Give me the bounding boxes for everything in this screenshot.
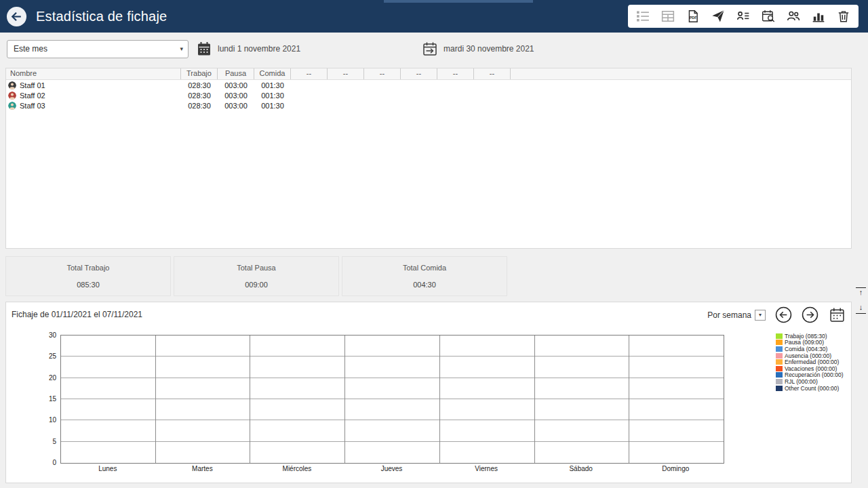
next-week-button[interactable]	[802, 306, 818, 323]
column-header: --	[364, 68, 401, 79]
x-axis-category-label: Viernes	[439, 465, 534, 472]
table-cell: 028:30	[181, 92, 218, 100]
table-cell: 001:30	[254, 92, 291, 100]
calendar-picker-button[interactable]	[829, 307, 845, 323]
legend-item: Recuperación (000:00)	[776, 372, 843, 379]
total-card: Total Trabajo085:30	[5, 256, 171, 296]
total-card: Total Comida004:30	[342, 256, 507, 296]
back-button[interactable]	[6, 6, 27, 27]
start-date-label: lundi 1 novembre 2021	[218, 44, 300, 54]
table-row[interactable]: Staff 03028:30003:00001:30	[6, 100, 851, 110]
view-select-value: Por semana	[707, 310, 751, 320]
total-card: Total Pausa009:00	[174, 256, 339, 296]
x-axis-category-label: Jueves	[344, 465, 439, 472]
prev-week-button[interactable]	[775, 306, 792, 323]
legend-item: Pausa (009:00)	[776, 340, 843, 346]
x-axis-category-label: Miércoles	[250, 465, 344, 472]
column-header: --	[474, 68, 511, 79]
staff-name-cell: Staff 03	[6, 102, 181, 110]
calendar-icon	[829, 307, 845, 323]
pdf-export-icon[interactable]: PDF	[686, 9, 700, 23]
chart-title: Fichaje de 01/11/2021 el 07/11/2021	[12, 310, 142, 319]
legend-swatch	[776, 346, 783, 352]
chart-controls: Por semana ▾	[707, 306, 845, 323]
y-axis-tick-label: 10	[49, 416, 56, 424]
contact-report-icon[interactable]	[736, 9, 750, 23]
table-body: Staff 01028:30003:00001:30Staff 02028:30…	[6, 80, 851, 110]
top-accent-strip	[384, 0, 533, 3]
x-axis-category-label: Sábado	[534, 465, 629, 472]
total-label: Total Pausa	[174, 264, 338, 272]
table-cell: 003:00	[218, 92, 254, 100]
avatar	[8, 102, 16, 110]
legend-swatch	[776, 359, 783, 365]
calendar-arrow-icon	[422, 41, 437, 56]
legend-swatch	[776, 372, 783, 378]
staff-name-cell: Staff 02	[6, 92, 181, 100]
legend-label: Other Count (000:00)	[785, 385, 839, 392]
column-header: --	[401, 68, 437, 79]
table-icon[interactable]	[661, 9, 675, 23]
table-cell: 003:00	[218, 102, 254, 110]
toolbar: PDF	[628, 5, 859, 28]
y-axis-tick-label: 30	[49, 331, 56, 339]
table-cell: 028:30	[181, 102, 218, 110]
table-header: NombreTrabajoPausaComida------------	[6, 68, 851, 80]
chart-day-column	[250, 336, 345, 463]
legend-item: Other Count (000:00)	[776, 385, 843, 392]
legend-item: Trabajo (085:30)	[776, 333, 843, 340]
legend-item: Comida (004:30)	[776, 346, 843, 352]
chart-day-column	[345, 336, 440, 463]
staff-name-cell: Staff 01	[6, 81, 181, 89]
legend-swatch	[776, 386, 783, 391]
filter-bar: Este mes ▾ lundi 1 novembre 2021	[0, 33, 868, 65]
x-axis-category-label: Martes	[155, 465, 250, 472]
end-date-group: mardi 30 novembre 2021	[422, 41, 534, 56]
calendar-search-icon[interactable]	[762, 9, 775, 23]
legend-label: Ausencia (000:00)	[785, 352, 831, 359]
staff-name: Staff 01	[20, 81, 45, 89]
column-header: Nombre	[6, 68, 181, 79]
legend-label: RJL (000:00)	[785, 378, 818, 385]
page-title: Estadística de fichaje	[36, 9, 167, 24]
staff-name: Staff 02	[20, 92, 45, 100]
column-header: --	[437, 68, 474, 79]
table-cell: 001:30	[254, 102, 291, 110]
total-value: 009:00	[174, 281, 338, 289]
chevron-down-icon: ▾	[180, 45, 183, 52]
end-date-label: mardi 30 novembre 2021	[443, 44, 534, 54]
table-cell: 028:30	[181, 81, 218, 89]
table-cell: 001:30	[254, 81, 291, 89]
legend-item: RJL (000:00)	[776, 378, 843, 385]
send-icon[interactable]	[711, 9, 725, 23]
period-select[interactable]: Este mes ▾	[7, 40, 189, 58]
detail-list-icon[interactable]	[636, 9, 650, 23]
column-header-filler	[511, 68, 851, 79]
legend-item: Ausencia (000:00)	[776, 352, 843, 359]
y-axis-tick-label: 20	[49, 373, 56, 381]
legend-label: Comida (004:30)	[785, 346, 827, 352]
chart-day-column	[535, 336, 630, 463]
legend-swatch	[776, 379, 783, 384]
users-icon[interactable]	[787, 9, 800, 23]
scroll-top-icon[interactable]: ↑	[856, 287, 866, 298]
chart-plot	[60, 335, 724, 464]
chart-icon[interactable]	[812, 9, 825, 23]
chart-panel: Fichaje de 01/11/2021 el 07/11/2021 Por …	[5, 302, 852, 483]
table-row[interactable]: Staff 01028:30003:00001:30	[6, 80, 851, 90]
legend-label: Recuperación (000:00)	[785, 371, 843, 378]
x-axis-category-label: Domingo	[628, 465, 723, 472]
legend-label: Enfermedad (000:00)	[785, 359, 839, 365]
legend-swatch	[776, 366, 783, 371]
staff-name: Staff 03	[20, 102, 45, 110]
x-axis-category-label: Lunes	[60, 465, 155, 472]
trash-icon[interactable]	[837, 9, 850, 23]
app: Estadística de fichaje PDF Este mes ▾ lu…	[0, 0, 868, 488]
scroll-bottom-icon[interactable]: ↓	[856, 303, 866, 314]
back-arrow-icon	[6, 6, 27, 27]
chart-day-column	[61, 336, 156, 463]
totals-row: Total Trabajo085:30Total Pausa009:00Tota…	[5, 256, 507, 296]
total-label: Total Trabajo	[6, 264, 170, 272]
table-row[interactable]: Staff 02028:30003:00001:30	[6, 90, 851, 100]
view-select-dropdown[interactable]: ▾	[755, 310, 766, 321]
